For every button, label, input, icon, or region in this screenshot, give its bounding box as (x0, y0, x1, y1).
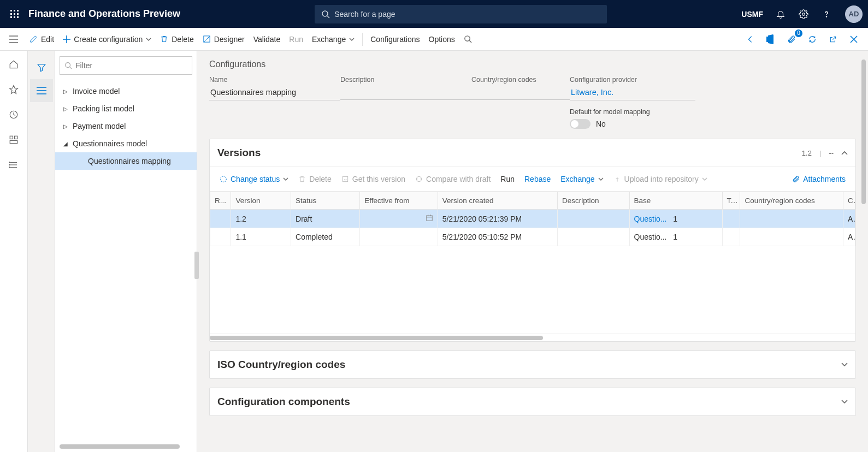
table-cell[interactable] (557, 210, 629, 228)
description-label: Description (340, 76, 471, 84)
column-header[interactable]: Version created (438, 192, 557, 210)
tree-filter[interactable] (60, 56, 192, 75)
name-value[interactable]: Questionnaires mapping (209, 86, 340, 100)
delete-button[interactable]: Delete (156, 32, 198, 47)
workspaces-icon[interactable] (4, 130, 23, 149)
exchange-button[interactable]: Exchange (308, 32, 359, 47)
column-header[interactable]: C (843, 192, 855, 210)
base-link[interactable]: Questio... (634, 215, 667, 223)
modules-icon[interactable] (4, 156, 23, 174)
table-row[interactable]: 1.2Draft5/21/2020 05:21:39 PMQuestio... … (210, 210, 855, 228)
table-cell[interactable] (722, 228, 740, 246)
tree-node[interactable]: ▷Invoice model (55, 82, 197, 100)
chevron-down-icon (841, 400, 848, 404)
rebase-button[interactable]: Rebase (520, 171, 555, 187)
table-cell[interactable] (360, 210, 438, 228)
content-v-scrollbar[interactable] (861, 60, 866, 354)
tree-label: Questionnaires mapping (88, 157, 171, 165)
table-cell[interactable] (740, 210, 843, 228)
collapse-icon[interactable]: ◢ (62, 141, 69, 147)
table-cell[interactable]: 1.2 (231, 210, 291, 228)
column-header[interactable]: T... (722, 192, 740, 210)
help-icon[interactable] (819, 7, 834, 22)
designer-button[interactable]: Designer (198, 32, 249, 47)
calendar-icon[interactable] (426, 214, 433, 223)
table-row[interactable]: 1.1Completed5/21/2020 05:10:52 PMQuestio… (210, 228, 855, 246)
grid-h-scrollbar[interactable] (210, 334, 855, 341)
versions-header[interactable]: Versions 1.2 | -- (210, 139, 855, 167)
iso-header[interactable]: ISO Country/region codes (210, 351, 855, 378)
run-label: Run (289, 35, 303, 44)
table-cell[interactable] (210, 228, 231, 246)
expand-icon[interactable]: ▷ (62, 106, 69, 112)
office-icon[interactable] (763, 32, 778, 47)
notifications-icon[interactable] (773, 7, 788, 22)
tree-node[interactable]: ▷Packing list model (55, 100, 197, 117)
table-cell[interactable] (360, 228, 438, 246)
company-code[interactable]: USMF (741, 10, 763, 19)
table-cell[interactable]: A (843, 228, 855, 246)
base-link[interactable]: Questio... (634, 233, 667, 241)
description-value[interactable] (340, 86, 471, 100)
tree-node[interactable]: ◢Questionnaires model (55, 135, 197, 152)
filter-input[interactable] (75, 61, 187, 70)
options-button[interactable]: Options (424, 32, 459, 47)
table-cell[interactable]: Questio... 1 (629, 228, 722, 246)
table-cell[interactable] (740, 228, 843, 246)
validate-button[interactable]: Validate (249, 32, 285, 47)
country-codes-value[interactable] (471, 86, 570, 100)
svg-point-12 (826, 16, 826, 16)
table-cell[interactable]: 5/21/2020 05:21:39 PM (438, 210, 557, 228)
column-header[interactable]: Status (291, 192, 360, 210)
filter-funnel-icon[interactable] (30, 56, 53, 79)
column-header[interactable]: Description (557, 192, 629, 210)
version-run-button[interactable]: Run (496, 171, 519, 187)
column-header[interactable]: Base (629, 192, 722, 210)
version-exchange-button[interactable]: Exchange (556, 171, 607, 187)
iso-title: ISO Country/region codes (217, 359, 345, 371)
create-configuration-button[interactable]: Create configuration (58, 32, 156, 47)
tree-node[interactable]: ▷Payment model (55, 117, 197, 135)
edit-button[interactable]: Edit (25, 32, 58, 47)
global-search[interactable]: Search for a page (315, 5, 607, 23)
attachments-global-icon[interactable]: 0 (784, 32, 799, 47)
refresh-icon[interactable] (805, 32, 820, 47)
default-mm-toggle[interactable] (570, 119, 591, 129)
table-cell[interactable] (557, 228, 629, 246)
avatar[interactable]: AD (845, 5, 863, 23)
tree-node[interactable]: Questionnaires mapping (55, 152, 197, 170)
tree-h-scrollbar[interactable] (60, 444, 192, 449)
expand-icon[interactable]: ▷ (62, 88, 69, 94)
left-rail (0, 51, 28, 452)
table-cell[interactable]: Completed (291, 228, 360, 246)
close-icon[interactable] (846, 32, 861, 47)
recent-icon[interactable] (4, 105, 23, 124)
hamburger-icon[interactable] (4, 30, 23, 49)
expand-icon[interactable]: ▷ (62, 123, 69, 129)
waffle-icon[interactable] (5, 5, 24, 23)
find-button[interactable] (459, 32, 476, 46)
attachments-button[interactable]: Attachments (788, 171, 850, 187)
column-header[interactable]: Effective from (360, 192, 438, 210)
table-cell[interactable]: 1.1 (231, 228, 291, 246)
gear-icon[interactable] (796, 7, 811, 22)
configurations-button[interactable]: Configurations (366, 32, 424, 47)
home-icon[interactable] (4, 55, 23, 74)
svg-point-20 (465, 36, 470, 41)
related-info-icon[interactable] (742, 32, 758, 47)
table-cell[interactable] (722, 210, 740, 228)
provider-value[interactable]: Litware, Inc. (570, 86, 695, 100)
table-cell[interactable]: Questio... 1 (629, 210, 722, 228)
table-cell[interactable] (210, 210, 231, 228)
table-cell[interactable]: Draft (291, 210, 360, 228)
popout-icon[interactable] (825, 32, 841, 47)
column-header[interactable]: Country/region codes (740, 192, 843, 210)
table-cell[interactable]: A (843, 210, 855, 228)
column-header[interactable]: R... (210, 192, 231, 210)
favorites-icon[interactable] (4, 80, 23, 99)
table-cell[interactable]: 5/21/2020 05:10:52 PM (438, 228, 557, 246)
list-view-icon[interactable] (30, 79, 53, 102)
column-header[interactable]: Version (231, 192, 291, 210)
change-status-button[interactable]: Change status (215, 171, 293, 187)
components-header[interactable]: Configuration components (210, 388, 855, 415)
